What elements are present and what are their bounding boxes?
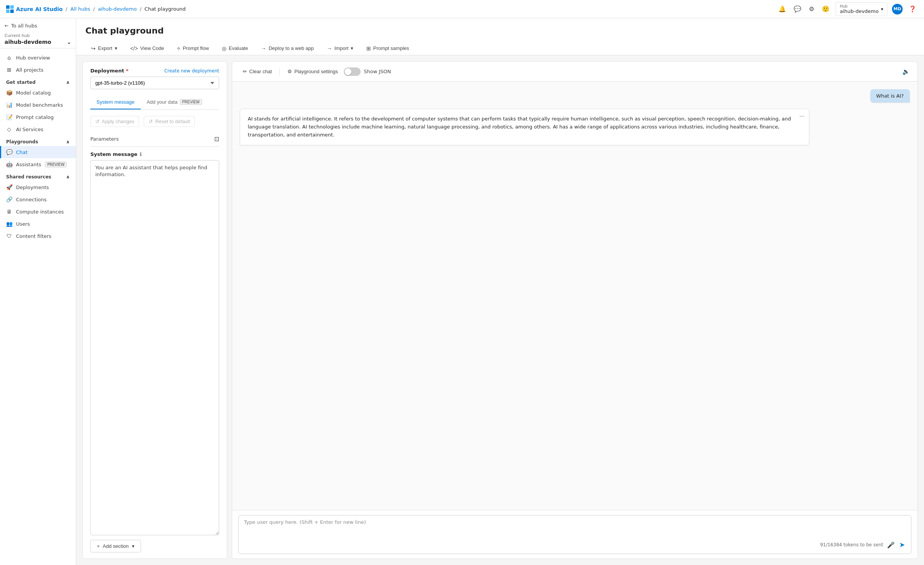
tab-system-message[interactable]: System message	[90, 95, 141, 109]
app-name: Azure AI Studio	[16, 6, 63, 12]
right-panel: ✏ Clear chat ⚙ Playground settings Show …	[232, 61, 918, 559]
speaker-button[interactable]: 🔈	[901, 66, 911, 77]
current-hub-name[interactable]: aihub-devdemo ⌄	[5, 39, 71, 45]
help-button[interactable]: ❓	[907, 4, 918, 14]
deployment-select[interactable]: gpt-35-turbo-2 (v1106)	[90, 77, 219, 89]
sidebar-item-label: Chat	[16, 149, 27, 155]
sidebar-item-all-projects[interactable]: ⊞ All projects	[0, 64, 76, 76]
params-expand-button[interactable]: ⊡	[214, 135, 219, 143]
sidebar-item-label: Users	[16, 221, 30, 227]
sidebar-item-label: Compute instances	[16, 209, 64, 215]
user-bubble: What is AI?	[870, 89, 910, 103]
chat-button[interactable]: 💬	[792, 4, 803, 14]
code-icon: </>	[130, 45, 138, 51]
add-data-preview-badge: PREVIEW	[180, 99, 202, 105]
ai-bubble-more-button[interactable]: ···	[799, 113, 804, 120]
catalog-icon: 📦	[6, 90, 12, 96]
sidebar-item-label: All projects	[16, 67, 43, 73]
settings-button[interactable]: ⚙	[807, 4, 816, 14]
toolbar-divider	[279, 68, 280, 75]
chat-input-box: 91/16384 tokens to be sent 🎤 ➤	[238, 515, 911, 554]
chat-icon: 💬	[6, 149, 12, 155]
shared-resources-section[interactable]: Shared resources ∧	[0, 170, 76, 181]
sidebar-item-model-benchmarks[interactable]: 📊 Model benchmarks	[0, 99, 76, 111]
hub-info: Hub aihub-devdemo	[840, 4, 879, 14]
ai-services-icon: ◇	[6, 126, 12, 132]
breadcrumb-hub[interactable]: aihub-devdemo	[98, 6, 137, 12]
export-chevron-icon: ▾	[115, 45, 117, 51]
sidebar-item-assistants[interactable]: 🤖 Assistants PREVIEW	[0, 158, 76, 170]
connections-icon: 🔗	[6, 196, 12, 202]
chat-input[interactable]	[244, 519, 906, 538]
clear-chat-button[interactable]: ✏ Clear chat	[238, 66, 276, 77]
params-row: Parameters ⊡	[90, 132, 219, 147]
avatar[interactable]: MD	[892, 4, 903, 14]
smiley-button[interactable]: 🙂	[820, 4, 831, 14]
sidebar-item-hub-overview[interactable]: ⌂ Hub overview	[0, 51, 76, 64]
hub-selector[interactable]: Hub aihub-devdemo ▾	[836, 2, 887, 16]
reset-default-button[interactable]: ↺ Reset to default	[144, 116, 195, 127]
top-nav: Azure AI Studio / All hubs / aihub-devde…	[0, 0, 924, 18]
sidebar-item-chat[interactable]: 💬 Chat	[0, 146, 76, 158]
prompt-catalog-icon: 📝	[6, 114, 12, 120]
benchmark-icon: 📊	[6, 102, 12, 108]
sidebar-item-compute-instances[interactable]: 🖥 Compute instances	[0, 205, 76, 218]
sidebar-top: ← To all hubs Current hub aihub-devdemo …	[0, 18, 76, 48]
filter-icon: 🛡	[6, 233, 12, 239]
playground-settings-button[interactable]: ⚙ Playground settings	[283, 66, 342, 77]
system-message-section: System message ℹ You are an AI assistant…	[90, 151, 219, 535]
deployments-icon: 🚀	[6, 184, 12, 190]
sidebar-item-prompt-catalog[interactable]: 📝 Prompt catalog	[0, 111, 76, 123]
sidebar-item-users[interactable]: 👥 Users	[0, 218, 76, 230]
action-row: ↺ Apply changes ↺ Reset to default	[90, 116, 219, 127]
back-arrow-icon: ←	[5, 23, 9, 29]
evaluate-button[interactable]: ◎ Evaluate	[216, 42, 254, 55]
tab-add-data[interactable]: Add your data PREVIEW	[141, 95, 208, 109]
create-deployment-link[interactable]: Create new deployment	[164, 68, 219, 74]
prompt-samples-button[interactable]: ⊞ Prompt samples	[361, 42, 415, 55]
sidebar-item-label: Model benchmarks	[16, 102, 63, 108]
prompt-flow-button[interactable]: ⟡ Prompt flow	[171, 42, 215, 55]
sidebar-item-connections[interactable]: 🔗 Connections	[0, 193, 76, 205]
show-json-toggle-group: Show JSON	[344, 67, 391, 76]
system-message-textarea[interactable]: You are an AI assistant that helps peopl…	[90, 160, 219, 535]
chevron-up-icon: ∧	[66, 80, 70, 85]
sidebar-item-model-catalog[interactable]: 📦 Model catalog	[0, 87, 76, 99]
left-panel: Deployment * Create new deployment gpt-3…	[82, 61, 227, 559]
get-started-section[interactable]: Get started ∧	[0, 76, 76, 87]
send-button[interactable]: ➤	[898, 540, 906, 550]
sidebar-item-label: Deployments	[16, 185, 49, 190]
playgrounds-section[interactable]: Playgrounds ∧	[0, 135, 76, 146]
breadcrumb-all-hubs[interactable]: All hubs	[71, 6, 90, 12]
toggle-knob	[345, 68, 351, 75]
ai-bubble: ··· AI stands for artificial intelligenc…	[240, 109, 809, 145]
add-section-button[interactable]: + Add section ▾	[90, 540, 141, 552]
clear-icon: ✏	[243, 69, 247, 74]
add-section-chevron-icon: ▾	[132, 543, 135, 549]
show-json-toggle[interactable]	[344, 67, 361, 76]
deploy-webapp-button[interactable]: → Deploy to a web app	[255, 42, 320, 55]
sidebar-item-content-filters[interactable]: 🛡 Content filters	[0, 230, 76, 242]
top-nav-right: 🔔 💬 ⚙ 🙂 Hub aihub-devdemo ▾ MD ❓	[777, 2, 918, 16]
breadcrumb-sep-1: /	[66, 6, 67, 12]
assistants-preview-badge: PREVIEW	[45, 162, 67, 167]
mic-button[interactable]: 🎤	[886, 541, 895, 549]
back-label: To all hubs	[11, 23, 37, 29]
import-button[interactable]: → Import ▾	[321, 42, 359, 55]
apply-icon: ↺	[95, 119, 99, 124]
import-chevron-icon: ▾	[351, 45, 353, 51]
chevron-up-icon: ∧	[66, 139, 70, 144]
apply-changes-button[interactable]: ↺ Apply changes	[90, 116, 139, 127]
sidebar-item-deployments[interactable]: 🚀 Deployments	[0, 181, 76, 193]
reset-icon: ↺	[149, 119, 153, 124]
breadcrumb-current: Chat playground	[144, 6, 186, 12]
system-message-label: System message ℹ	[90, 151, 219, 157]
export-button[interactable]: ↪ Export ▾	[85, 42, 123, 55]
back-to-all-hubs[interactable]: ← To all hubs	[5, 23, 71, 29]
left-panel-body: ↺ Apply changes ↺ Reset to default Param…	[83, 110, 227, 559]
notifications-button[interactable]: 🔔	[777, 4, 788, 14]
sidebar-item-ai-services[interactable]: ◇ AI Services	[0, 123, 76, 135]
view-code-button[interactable]: </> View Code	[125, 42, 170, 55]
app-logo[interactable]: Azure AI Studio	[6, 5, 63, 13]
params-label: Parameters	[90, 136, 119, 142]
